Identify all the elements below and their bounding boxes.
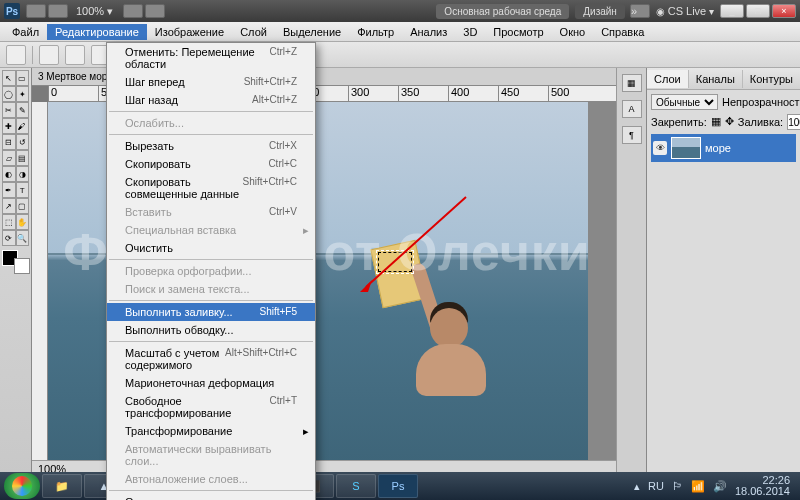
view-extras-icon[interactable] (123, 4, 143, 18)
tray-network-icon[interactable]: 📶 (691, 480, 705, 493)
gradient-tool[interactable]: ▤ (16, 150, 30, 166)
menu-layer[interactable]: Слой (232, 24, 275, 40)
stamp-tool[interactable]: ⊟ (2, 134, 16, 150)
menu-clear[interactable]: Очистить (107, 239, 315, 257)
wand-tool[interactable]: ✦ (16, 86, 30, 102)
clock-date: 18.06.2014 (735, 486, 790, 497)
tool-preset-icon[interactable] (6, 45, 26, 65)
hand-tool[interactable]: ✋ (16, 214, 30, 230)
toolbox: ↖▭ ◯✦ ✂✎ ✚🖌 ⊟↺ ▱▤ ◐◑ ✒T ↗▢ ⬚✋ ⟳🔍 (0, 68, 32, 476)
shape-tool[interactable]: ▢ (16, 198, 30, 214)
tab-layers[interactable]: Слои (647, 70, 689, 88)
tray-volume-icon[interactable]: 🔊 (713, 480, 727, 493)
tray-lang[interactable]: RU (648, 480, 664, 492)
eraser-tool[interactable]: ▱ (2, 150, 16, 166)
zoom-tool[interactable]: 🔍 (16, 230, 30, 246)
brush-tool[interactable]: 🖌 (16, 118, 30, 134)
visibility-icon[interactable]: 👁 (653, 141, 667, 155)
windows-logo-icon (12, 476, 32, 496)
workspace-design[interactable]: Дизайн (575, 4, 625, 19)
menu-copy[interactable]: СкопироватьCtrl+C (107, 155, 315, 173)
fill-input[interactable] (787, 114, 800, 130)
taskbar-explorer[interactable]: 📁 (42, 474, 82, 498)
menu-select[interactable]: Выделение (275, 24, 349, 40)
menu-transform[interactable]: Трансформирование▸ (107, 422, 315, 440)
close-button[interactable]: × (772, 4, 796, 18)
workspace-more-icon[interactable]: » (630, 4, 650, 18)
menu-view[interactable]: Просмотр (485, 24, 551, 40)
opacity-label: Непрозрачность: (722, 96, 800, 108)
menu-cut[interactable]: ВырезатьCtrl+X (107, 137, 315, 155)
menu-free-transform[interactable]: Свободное трансформированиеCtrl+T (107, 392, 315, 422)
minimize-button[interactable]: _ (720, 4, 744, 18)
history-brush-tool[interactable]: ↺ (16, 134, 30, 150)
menu-copy-merged[interactable]: Скопировать совмещенные данныеShift+Ctrl… (107, 173, 315, 203)
menu-paste-special: Специальная вставка▸ (107, 221, 315, 239)
cslive-button[interactable]: ◉ CS Live ▾ (656, 5, 714, 17)
menu-window[interactable]: Окно (552, 24, 594, 40)
taskbar-photoshop[interactable]: Ps (378, 474, 418, 498)
menu-find-replace: Поиск и замена текста... (107, 280, 315, 298)
blur-tool[interactable]: ◐ (2, 166, 16, 182)
3d-tool[interactable]: ⬚ (2, 214, 16, 230)
collapsed-panels: ▦ A ¶ (616, 68, 646, 476)
menu-step-backward[interactable]: Шаг назадAlt+Ctrl+Z (107, 91, 315, 109)
menu-filter[interactable]: Фильтр (349, 24, 402, 40)
taskbar-skype[interactable]: S (336, 474, 376, 498)
selection-add-icon[interactable] (65, 45, 85, 65)
marquee-selection[interactable] (378, 252, 412, 272)
move-tool[interactable]: ↖ (2, 70, 16, 86)
menu-edit[interactable]: Редактирование (47, 24, 147, 40)
ruler-vertical (32, 102, 48, 460)
lock-position-icon[interactable]: ✥ (725, 115, 734, 129)
menu-undo[interactable]: Отменить: Перемещение областиCtrl+Z (107, 43, 315, 73)
screen-mode-icon[interactable] (145, 4, 165, 18)
lasso-tool[interactable]: ◯ (2, 86, 16, 102)
pen-tool[interactable]: ✒ (2, 182, 16, 198)
eyedropper-tool[interactable]: ✎ (16, 102, 30, 118)
menu-image[interactable]: Изображение (147, 24, 232, 40)
menu-content-aware-scale[interactable]: Масштаб с учетом содержимогоAlt+Shift+Ct… (107, 344, 315, 374)
menu-auto-align: Автоматически выравнивать слои... (107, 440, 315, 470)
crop-tool[interactable]: ✂ (2, 102, 16, 118)
path-tool[interactable]: ↗ (2, 198, 16, 214)
maximize-button[interactable]: □ (746, 4, 770, 18)
menu-stroke[interactable]: Выполнить обводку... (107, 321, 315, 339)
marquee-tool[interactable]: ▭ (16, 70, 30, 86)
tray-show-hidden-icon[interactable]: ▴ (634, 480, 640, 493)
menu-step-forward[interactable]: Шаг впередShift+Ctrl+Z (107, 73, 315, 91)
rotate-tool[interactable]: ⟳ (2, 230, 16, 246)
menu-file[interactable]: Файл (4, 24, 47, 40)
layer-name[interactable]: море (705, 142, 731, 154)
workspace-essentials[interactable]: Основная рабочая среда (436, 4, 569, 19)
menu-help[interactable]: Справка (593, 24, 652, 40)
character-panel-icon[interactable]: A (622, 100, 642, 118)
menu-analysis[interactable]: Анализ (402, 24, 455, 40)
color-swatch[interactable] (2, 250, 30, 274)
menu-define-brush[interactable]: Определить кисть... (107, 493, 315, 500)
menu-fill[interactable]: Выполнить заливку...Shift+F5 (107, 303, 315, 321)
history-panel-icon[interactable]: ▦ (622, 74, 642, 92)
tray-clock[interactable]: 22:26 18.06.2014 (735, 475, 790, 497)
layer-thumbnail[interactable] (671, 137, 701, 159)
menu-3d[interactable]: 3D (455, 24, 485, 40)
paragraph-panel-icon[interactable]: ¶ (622, 126, 642, 144)
lock-pixels-icon[interactable]: ▦ (711, 115, 721, 129)
dodge-tool[interactable]: ◑ (16, 166, 30, 182)
start-button[interactable] (4, 473, 40, 499)
lock-label: Закрепить: (651, 116, 707, 128)
selection-new-icon[interactable] (39, 45, 59, 65)
tab-channels[interactable]: Каналы (689, 70, 743, 88)
layer-row[interactable]: 👁 море (651, 134, 796, 162)
zoom-display[interactable]: 100% ▾ (76, 5, 113, 18)
edit-menu-dropdown: Отменить: Перемещение областиCtrl+Z Шаг … (106, 42, 316, 500)
panel-tabs: Слои Каналы Контуры (647, 68, 800, 90)
type-tool[interactable]: T (16, 182, 30, 198)
tab-paths[interactable]: Контуры (743, 70, 800, 88)
tray-flag-icon[interactable]: 🏳 (672, 480, 683, 492)
bridge-icon[interactable] (26, 4, 46, 18)
blend-mode-select[interactable]: Обычные (651, 94, 718, 110)
heal-tool[interactable]: ✚ (2, 118, 16, 134)
minibridge-icon[interactable] (48, 4, 68, 18)
menu-puppet-warp[interactable]: Марионеточная деформация (107, 374, 315, 392)
